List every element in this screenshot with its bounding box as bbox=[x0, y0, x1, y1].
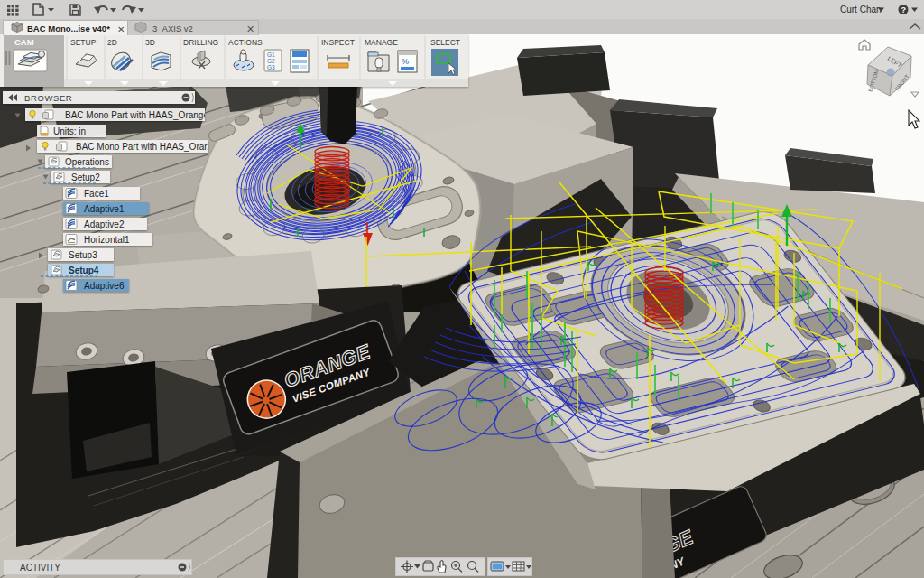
svg-text:Setup4: Setup4 bbox=[69, 265, 99, 275]
svg-text:G1: G1 bbox=[267, 51, 275, 58]
svg-text:BROWSER: BROWSER bbox=[24, 93, 72, 103]
svg-text:BAC Mono...ise v40*: BAC Mono...ise v40* bbox=[27, 23, 110, 33]
svg-text:Face1: Face1 bbox=[84, 188, 109, 198]
svg-text:SELECT: SELECT bbox=[430, 38, 460, 47]
svg-text:2D: 2D bbox=[107, 38, 117, 47]
svg-text:MANAGE: MANAGE bbox=[365, 38, 398, 47]
svg-text:ACTIONS: ACTIONS bbox=[228, 38, 263, 47]
svg-text:Setup2: Setup2 bbox=[71, 172, 100, 182]
svg-text:CAM: CAM bbox=[14, 37, 34, 47]
svg-text:%: % bbox=[402, 57, 409, 66]
svg-text:✕: ✕ bbox=[117, 24, 125, 34]
svg-text:Adaptive6: Adaptive6 bbox=[84, 280, 125, 290]
svg-text:Curt Chan: Curt Chan bbox=[840, 5, 882, 14]
svg-text:BAC Mono Part with HAAS_Orange: BAC Mono Part with HAAS_Orange ... bbox=[65, 110, 205, 120]
svg-text:BAC Mono Part with HAAS_Orar..: BAC Mono Part with HAAS_Orar... bbox=[76, 142, 208, 152]
svg-text:Setup3: Setup3 bbox=[69, 249, 97, 259]
svg-text:Adaptive1: Adaptive1 bbox=[84, 203, 125, 213]
svg-text:G2: G2 bbox=[267, 58, 275, 64]
svg-text:INSPECT: INSPECT bbox=[321, 38, 355, 47]
svg-text:Adaptive2: Adaptive2 bbox=[84, 219, 125, 228]
svg-text:3_AXIS v2: 3_AXIS v2 bbox=[152, 23, 193, 33]
svg-text:ACTIVITY: ACTIVITY bbox=[20, 563, 60, 573]
svg-text:Horizontal1: Horizontal1 bbox=[84, 234, 130, 244]
svg-text:3D: 3D bbox=[145, 38, 155, 47]
svg-text:✕: ✕ bbox=[246, 23, 254, 34]
svg-text:SETUP: SETUP bbox=[70, 38, 97, 47]
svg-text:DRILLING: DRILLING bbox=[183, 38, 218, 47]
svg-text:?: ? bbox=[901, 5, 907, 14]
svg-text:G3: G3 bbox=[267, 64, 275, 70]
svg-text:Operations: Operations bbox=[65, 157, 109, 167]
svg-text:Units: in: Units: in bbox=[53, 126, 86, 136]
